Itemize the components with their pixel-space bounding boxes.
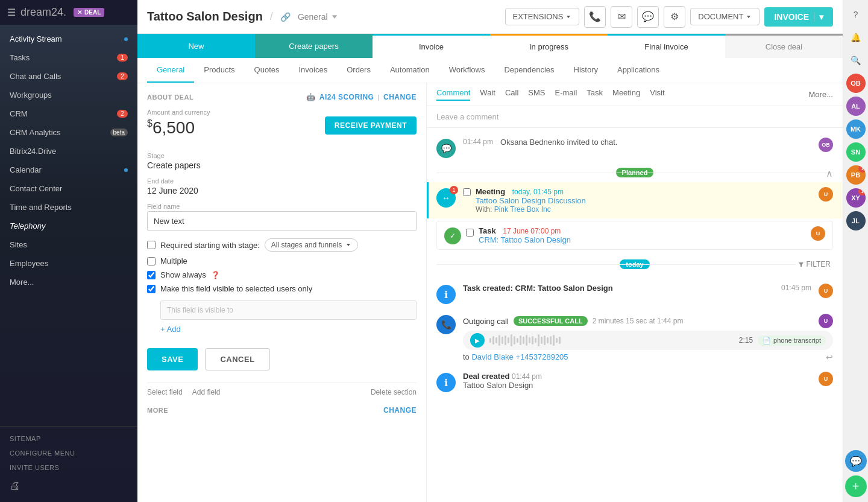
sidebar-item-workgroups[interactable]: Workgroups [0, 86, 137, 104]
tab-dependencies[interactable]: Dependencies [494, 58, 564, 83]
act-tab-meeting[interactable]: Meeting [612, 88, 640, 101]
tab-workflows[interactable]: Workflows [439, 58, 495, 83]
collapse-button[interactable]: ∧ [826, 168, 833, 179]
tab-invoices[interactable]: Invoices [289, 58, 337, 83]
avatar-user-5[interactable]: PB 1 [846, 165, 866, 185]
required-checkbox[interactable] [147, 241, 156, 249]
act-tab-task[interactable]: Task [587, 88, 603, 101]
deal-badge[interactable]: ✕ DEAL [74, 8, 104, 17]
sidebar-item-calendar[interactable]: Calendar [0, 160, 137, 179]
sidebar-logo: dream24. [20, 6, 66, 19]
delete-section-link[interactable]: Delete section [371, 388, 417, 396]
search-icon[interactable]: 🔍 [846, 51, 866, 70]
stage-new[interactable]: New [137, 34, 255, 58]
invoice-button[interactable]: INVOICE ▾ [764, 7, 833, 27]
sidebar-item-employees[interactable]: Employees [0, 254, 137, 273]
settings-button[interactable]: ⚙ [664, 6, 685, 28]
avatar-user-2[interactable]: AL [846, 97, 866, 116]
avatar: OB [819, 138, 833, 152]
reply-icon[interactable]: ↩ [826, 352, 833, 362]
call-contact-link[interactable]: David Blake +14537289205 [471, 352, 568, 361]
avatar-user-3[interactable]: MK [846, 119, 866, 139]
avatar: U [819, 284, 833, 298]
meeting-checkbox[interactable] [463, 188, 471, 196]
act-tab-visit[interactable]: Visit [650, 88, 664, 101]
planned-divider: Planned ∧ [427, 163, 843, 182]
invite-users-link[interactable]: INVITE USERS [10, 460, 128, 475]
email-button[interactable]: ✉ [611, 6, 632, 28]
sidebar-item-more[interactable]: More... [0, 273, 137, 291]
help-icon[interactable]: ❓ [211, 271, 220, 279]
stage-invoice[interactable]: Invoice [373, 34, 490, 58]
play-button[interactable]: ▶ [470, 333, 485, 348]
sidebar-item-tasks[interactable]: Tasks 1 [0, 48, 137, 67]
act-tab-wait[interactable]: Wait [480, 88, 495, 101]
more-change-link[interactable]: change [383, 406, 417, 415]
sidebar-item-crm[interactable]: CRM 2 [0, 104, 137, 123]
stage-close-deal[interactable]: Close deal [725, 34, 843, 58]
stage-in-progress[interactable]: In progress [490, 34, 608, 58]
bell-icon[interactable]: 🔔 [846, 28, 866, 47]
tab-orders[interactable]: Orders [337, 58, 380, 83]
show-always-checkbox[interactable] [147, 271, 156, 279]
visible-to-checkbox[interactable] [147, 285, 156, 293]
tab-products[interactable]: Products [194, 58, 244, 83]
extensions-button[interactable]: EXTENSIONS [505, 8, 580, 25]
add-visible-link[interactable]: + Add [160, 325, 417, 334]
plus-fab-button[interactable]: + [845, 475, 867, 497]
receive-payment-button[interactable]: RECEIVE PAYMENT [325, 116, 417, 135]
sidebar-item-contact-center[interactable]: Contact Center [0, 179, 137, 198]
task-title-link[interactable]: CRM: Tattoo Salon Design [479, 235, 571, 244]
avatar-user-7[interactable]: JL [846, 211, 866, 230]
chat-button[interactable]: 💬 [637, 6, 659, 28]
change-link[interactable]: change [383, 93, 417, 101]
phone-button[interactable]: 📞 [584, 6, 606, 28]
comment-input-area[interactable]: Leave a comment [427, 106, 843, 128]
add-field-link[interactable]: Add field [192, 388, 221, 396]
configure-menu-link[interactable]: CONFIGURE MENU [10, 446, 128, 460]
avatar-user-4[interactable]: SN [846, 142, 866, 162]
act-tab-email[interactable]: E-mail [555, 88, 577, 101]
cancel-button[interactable]: CANCEL [205, 348, 269, 370]
act-tab-call[interactable]: Call [505, 88, 518, 101]
tab-general[interactable]: General [147, 58, 194, 83]
stage-create-papers[interactable]: Create papers [255, 34, 373, 58]
general-subtitle[interactable]: General [298, 12, 339, 22]
tab-automation[interactable]: Automation [380, 58, 439, 83]
avatar-user-6[interactable]: XY 1 [846, 188, 866, 208]
meeting-with-link[interactable]: Pink Tree Box Inc [494, 205, 551, 214]
hamburger-icon[interactable]: ☰ [7, 7, 16, 18]
act-tab-sms[interactable]: SMS [528, 88, 545, 101]
printer-icon[interactable]: 🖨 [10, 475, 128, 497]
sidebar-item-chat-calls[interactable]: Chat and Calls 2 [0, 67, 137, 86]
stage-final-invoice[interactable]: Final invoice [608, 34, 725, 58]
multiple-checkbox[interactable] [147, 257, 156, 265]
meeting-title-link[interactable]: Tattoo Salon Design Discussion [476, 196, 586, 205]
act-tab-more[interactable]: More... [809, 90, 833, 99]
tab-applications[interactable]: Applications [608, 58, 669, 83]
sidebar-item-time-reports[interactable]: Time and Reports [0, 198, 137, 217]
tab-quotes[interactable]: Quotes [245, 58, 289, 83]
sidebar-item-sites[interactable]: Sites [0, 235, 137, 254]
sidebar-item-bitrix24-drive[interactable]: Bitrix24.Drive [0, 142, 137, 160]
tab-history[interactable]: History [564, 58, 608, 83]
deal-close-icon[interactable]: ✕ [77, 9, 82, 16]
sidebar-item-activity-stream[interactable]: Activity Stream [0, 30, 137, 48]
document-button[interactable]: DOCUMENT [690, 8, 760, 25]
filter-link[interactable]: FILTER [796, 260, 833, 268]
transcript-button[interactable]: 📄 phone transcript [758, 335, 826, 346]
sidebar-item-telephony[interactable]: Telephony [0, 217, 137, 235]
stage-select-dropdown[interactable]: All stages and funnels [265, 238, 358, 252]
sidebar-item-crm-analytics[interactable]: CRM Analytics beta [0, 123, 137, 142]
invoice-dropdown-arrow[interactable]: ▾ [814, 12, 823, 22]
task-checkbox[interactable] [466, 229, 474, 237]
act-tab-comment[interactable]: Comment [436, 88, 470, 101]
chat-fab-button[interactable]: 💬 [845, 450, 867, 472]
avatar-user-1[interactable]: OB [846, 74, 866, 93]
field-name-input[interactable] [147, 211, 417, 231]
question-icon[interactable]: ? [846, 5, 866, 24]
activity-panel: Comment Wait Call SMS E-mail Task Meetin… [427, 83, 843, 502]
sitemap-link[interactable]: SITEMAP [10, 431, 128, 446]
save-button[interactable]: SAVE [147, 348, 198, 370]
select-field-link[interactable]: Select field [147, 388, 183, 396]
